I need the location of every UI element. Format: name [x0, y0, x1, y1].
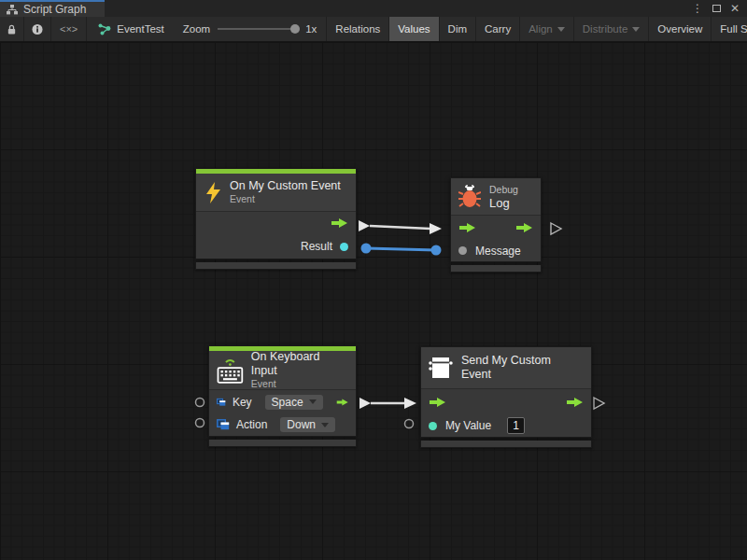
title-bar: Script Graph ⋮ ✕	[0, 0, 747, 17]
debug-log-flow-out-hint[interactable]	[551, 223, 561, 234]
enum-type-icon	[217, 397, 226, 408]
node-title: On My Custom Event	[230, 179, 341, 193]
key-port-label: Key	[233, 396, 252, 409]
node-header: On My Custom Event Event	[196, 174, 356, 212]
graph-reference[interactable]: EventTest	[87, 17, 174, 41]
node-send-my-custom-event[interactable]: Send My Custom Event My Value	[420, 346, 592, 448]
node-category: Debug	[489, 184, 518, 196]
flow-output-arrow-icon[interactable]	[566, 397, 584, 408]
code-icon: <×>	[60, 23, 78, 35]
key-dropdown[interactable]: Space	[265, 395, 323, 410]
flow-input-arrow-icon[interactable]	[429, 397, 446, 408]
graph-toolbar: <×> EventTest Zoom 1x Relations Values D…	[0, 17, 747, 42]
lightning-bolt-icon	[205, 182, 221, 203]
node-debug-log[interactable]: Debug Log Message	[450, 177, 542, 273]
bug-icon	[458, 184, 481, 209]
flow-output-arrow-icon[interactable]	[336, 397, 348, 408]
graph-name: EventTest	[117, 23, 164, 35]
my-value-port-circle[interactable]	[405, 420, 414, 428]
overview-button[interactable]: Overview	[649, 17, 712, 41]
chevron-down-icon	[309, 399, 317, 404]
result-port-label: Result	[301, 240, 332, 253]
distribute-label: Distribute	[583, 23, 628, 35]
zoom-value: 1x	[305, 23, 317, 35]
flow-output-arrow-icon[interactable]	[515, 222, 533, 233]
flow-output-arrow-icon[interactable]	[331, 217, 348, 229]
maximize-icon[interactable]	[709, 1, 724, 16]
graph-hierarchy-icon	[7, 5, 18, 15]
values-button[interactable]: Values	[389, 17, 439, 41]
connections-layer	[0, 42, 747, 560]
action-dropdown[interactable]: Down	[280, 417, 335, 432]
my-value-port-label: My Value	[445, 419, 491, 432]
node-footer	[420, 441, 592, 448]
flow-input-arrow-icon[interactable]	[458, 222, 476, 233]
chevron-down-icon	[632, 27, 640, 32]
action-port-circle[interactable]	[196, 419, 204, 427]
my-value-port-dot[interactable]	[429, 422, 437, 430]
dim-button[interactable]: Dim	[440, 17, 476, 41]
close-icon[interactable]: ✕	[727, 1, 742, 16]
result-port-dot[interactable]	[340, 243, 348, 251]
node-subtitle: Event	[251, 378, 348, 390]
lock-icon	[7, 23, 16, 35]
distribute-button[interactable]: Distribute	[574, 17, 650, 41]
zoom-label: Zoom	[183, 23, 210, 35]
my-value-input[interactable]: 1	[507, 417, 525, 434]
window-controls: ⋮ ✕	[690, 0, 747, 17]
send-event-flow-out-hint[interactable]	[594, 398, 604, 409]
node-title: Send My Custom Event	[461, 354, 584, 382]
align-label: Align	[529, 23, 553, 35]
enum-type-icon	[217, 419, 230, 430]
info-icon	[32, 23, 43, 35]
value-connection-blue[interactable]	[361, 244, 442, 256]
script-graph-window: Script Graph ⋮ ✕ <×>	[0, 0, 747, 560]
chevron-down-icon	[321, 423, 329, 427]
node-header: Send My Custom Event	[421, 347, 591, 389]
tab-title: Script Graph	[23, 3, 86, 16]
edit-source-button[interactable]: <×>	[51, 17, 87, 41]
key-port-circle[interactable]	[196, 399, 204, 407]
chevron-down-icon	[557, 27, 565, 32]
carry-button[interactable]: Carry	[476, 17, 520, 41]
action-port-label: Action	[236, 418, 267, 431]
keyboard-icon	[217, 357, 244, 385]
node-footer	[208, 440, 357, 447]
graph-network-icon	[98, 23, 111, 35]
fullscreen-button[interactable]: Full Screen	[712, 17, 747, 41]
zoom-slider[interactable]	[218, 28, 298, 30]
relations-button[interactable]: Relations	[327, 17, 389, 41]
lock-button[interactable]	[0, 17, 24, 41]
message-port-label: Message	[475, 245, 521, 258]
graph-canvas[interactable]: On My Custom Event Event Result	[0, 42, 747, 560]
node-header: Debug Log	[451, 178, 541, 216]
node-footer	[195, 262, 357, 270]
node-header: On Keyboard Input Event	[209, 351, 356, 390]
unit-machine-icon	[429, 357, 453, 379]
message-port-dot[interactable]	[458, 246, 467, 255]
zoom-control: Zoom 1x	[174, 17, 328, 41]
action-dropdown-value: Down	[287, 418, 316, 431]
zoom-slider-handle[interactable]	[290, 24, 300, 34]
node-footer	[450, 265, 542, 273]
control-connection-2[interactable]	[359, 398, 416, 409]
node-subtitle: Event	[230, 193, 341, 205]
node-on-my-custom-event[interactable]: On My Custom Event Event Result	[195, 168, 357, 270]
node-on-keyboard-input[interactable]: On Keyboard Input Event Key Space	[208, 345, 357, 447]
tab-script-graph[interactable]: Script Graph	[0, 0, 105, 17]
control-connection-1[interactable]	[359, 220, 442, 234]
key-dropdown-value: Space	[272, 396, 303, 409]
inspect-button[interactable]	[24, 17, 51, 41]
menu-icon[interactable]: ⋮	[690, 1, 705, 16]
align-button[interactable]: Align	[520, 17, 574, 41]
node-title: On Keyboard Input	[251, 350, 348, 378]
node-title: Log	[489, 196, 518, 210]
